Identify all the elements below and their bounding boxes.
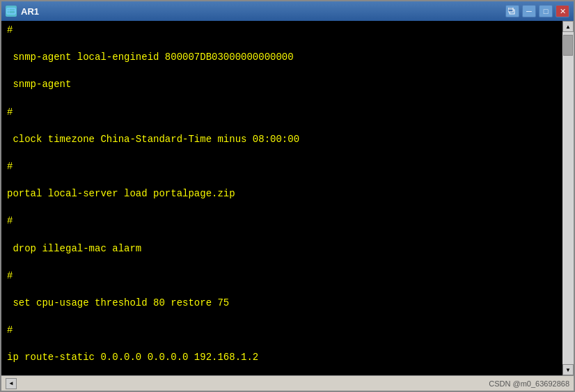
scrollbar-thumb[interactable]	[563, 35, 573, 56]
main-window: AR1 ─ □ ✕ # snmp-agent local-engineid 80…	[0, 0, 575, 392]
window-title: AR1	[21, 6, 39, 17]
scroll-up-button[interactable]: ▲	[562, 21, 574, 32]
restore-button[interactable]	[505, 5, 519, 17]
terminal-output[interactable]: # snmp-agent local-engineid 800007DB0300…	[1, 21, 562, 375]
app-icon	[6, 6, 17, 17]
terminal-area: # snmp-agent local-engineid 800007DB0300…	[1, 21, 574, 375]
bottom-left: ◄	[6, 378, 17, 389]
scroll-left-button[interactable]: ◄	[6, 378, 17, 389]
title-bar-left: AR1	[6, 6, 39, 17]
bottom-bar: ◄ CSDN @m0_63692868	[1, 375, 574, 391]
minimize-button[interactable]: ─	[522, 5, 536, 17]
close-button[interactable]: ✕	[556, 5, 569, 17]
svg-rect-4	[508, 8, 513, 12]
scrollbar[interactable]: ▲ ▼	[562, 21, 574, 375]
scrollbar-track[interactable]	[562, 32, 574, 364]
svg-rect-0	[7, 8, 15, 14]
scroll-down-button[interactable]: ▼	[562, 364, 574, 375]
title-bar: AR1 ─ □ ✕	[1, 1, 574, 21]
title-buttons: ─ □ ✕	[505, 5, 569, 17]
maximize-button[interactable]: □	[539, 5, 553, 17]
watermark: CSDN @m0_63692868	[489, 379, 569, 388]
